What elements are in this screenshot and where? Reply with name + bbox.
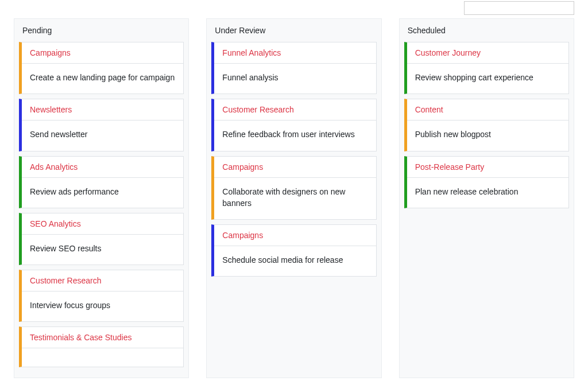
column-title: Scheduled bbox=[400, 19, 574, 42]
card-category-link[interactable]: Customer Journey bbox=[415, 48, 481, 57]
card-text: Publish new blogpost bbox=[407, 120, 568, 150]
card-text: Funnel analysis bbox=[214, 64, 376, 94]
card-header: Content bbox=[407, 99, 568, 120]
card-header: Post-Release Party bbox=[407, 157, 568, 178]
card-header: Campaigns bbox=[214, 225, 376, 246]
card[interactable]: Customer Research Refine feedback from u… bbox=[211, 99, 376, 151]
column-title: Under Review bbox=[207, 19, 381, 42]
card-category-link[interactable]: Campaigns bbox=[222, 162, 263, 172]
card-header: Campaigns bbox=[22, 42, 183, 64]
card-category-link[interactable]: SEO Analytics bbox=[30, 219, 81, 228]
card-header: SEO Analytics bbox=[22, 213, 183, 235]
card-text: Review ads performance bbox=[22, 178, 183, 208]
column-title: Pending bbox=[14, 19, 188, 42]
card[interactable]: Campaigns Collaborate with designers on … bbox=[211, 156, 376, 220]
card[interactable]: Customer Research Interview focus groups bbox=[19, 270, 184, 322]
card-text: Schedule social media for release bbox=[214, 246, 376, 276]
card-category-link[interactable]: Ads Analytics bbox=[30, 162, 78, 172]
card-header: Customer Research bbox=[214, 99, 376, 120]
card[interactable]: Ads Analytics Review ads performance bbox=[19, 156, 184, 208]
card-text: Interview focus groups bbox=[22, 291, 183, 321]
card[interactable]: Campaigns Create a new landing page for … bbox=[19, 42, 184, 94]
kanban-board: Pending Campaigns Create a new landing p… bbox=[0, 18, 588, 378]
card-text: Create a new landing page for campaign bbox=[22, 64, 183, 94]
card[interactable]: Testimonials & Case Studies bbox=[19, 326, 184, 367]
card-text: Plan new release celebration bbox=[407, 178, 568, 208]
card-category-link[interactable]: Newsletters bbox=[30, 105, 72, 114]
column-pending: Pending Campaigns Create a new landing p… bbox=[14, 18, 189, 378]
card-header: Customer Journey bbox=[407, 42, 568, 64]
card-text bbox=[22, 348, 183, 367]
card[interactable]: Customer Journey Review shopping cart ex… bbox=[404, 42, 569, 94]
card-text: Review SEO results bbox=[22, 235, 183, 265]
card-category-link[interactable]: Customer Research bbox=[30, 276, 102, 285]
card-text: Collaborate with designers on new banner… bbox=[214, 178, 376, 220]
column-cards[interactable]: Customer Journey Review shopping cart ex… bbox=[400, 42, 574, 219]
card[interactable]: Funnel Analytics Funnel analysis bbox=[211, 42, 376, 94]
card-header: Funnel Analytics bbox=[214, 42, 376, 64]
column-scheduled: Scheduled Customer Journey Review shoppi… bbox=[399, 18, 574, 378]
card-text: Send newsletter bbox=[22, 120, 183, 150]
card[interactable]: SEO Analytics Review SEO results bbox=[19, 213, 184, 265]
card[interactable]: Post-Release Party Plan new release cele… bbox=[404, 156, 569, 208]
filter-dropdown[interactable] bbox=[464, 1, 574, 15]
card-header: Customer Research bbox=[22, 270, 183, 291]
card-category-link[interactable]: Content bbox=[415, 105, 443, 114]
column-under-review: Under Review Funnel Analytics Funnel ana… bbox=[206, 18, 381, 378]
card[interactable]: Campaigns Schedule social media for rele… bbox=[211, 224, 376, 277]
card-category-link[interactable]: Campaigns bbox=[30, 48, 71, 57]
card-header: Ads Analytics bbox=[22, 157, 183, 178]
card-text: Refine feedback from user interviews bbox=[214, 120, 376, 150]
column-cards[interactable]: Funnel Analytics Funnel analysis Custome… bbox=[207, 42, 381, 287]
card-header: Campaigns bbox=[214, 157, 376, 178]
card-category-link[interactable]: Funnel Analytics bbox=[222, 48, 281, 57]
card-category-link[interactable]: Campaigns bbox=[222, 231, 263, 240]
card-category-link[interactable]: Post-Release Party bbox=[415, 162, 485, 172]
card[interactable]: Newsletters Send newsletter bbox=[19, 99, 184, 151]
card-category-link[interactable]: Testimonials & Case Studies bbox=[30, 333, 131, 342]
card[interactable]: Content Publish new blogpost bbox=[404, 99, 569, 151]
card-text: Review shopping cart experience bbox=[407, 64, 568, 94]
card-header: Newsletters bbox=[22, 99, 183, 120]
card-header: Testimonials & Case Studies bbox=[22, 327, 183, 348]
card-category-link[interactable]: Customer Research bbox=[222, 105, 294, 114]
column-cards[interactable]: Campaigns Create a new landing page for … bbox=[14, 42, 188, 378]
